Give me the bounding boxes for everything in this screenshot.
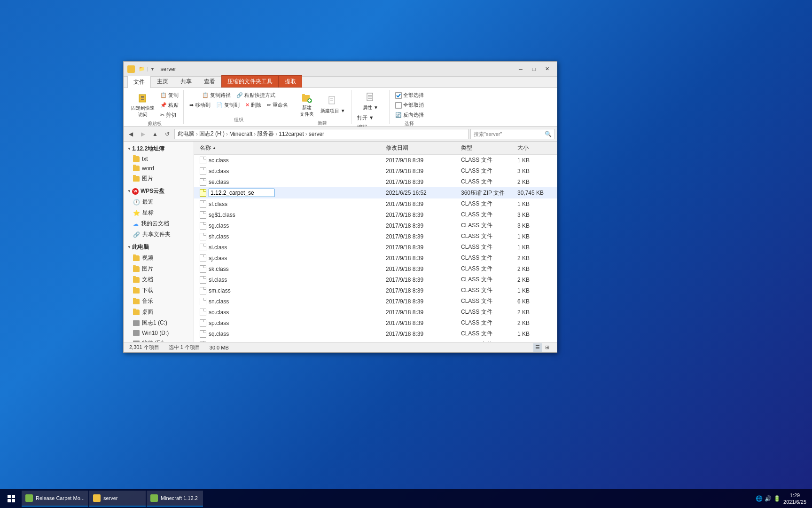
paste-shortcut-button[interactable]: 🔗粘贴快捷方式 bbox=[234, 91, 277, 100]
svg-rect-0 bbox=[139, 95, 146, 102]
sidebar-item-pics[interactable]: 图片 bbox=[124, 263, 194, 274]
sidebar-item-shared-folder[interactable]: 🔗 共享文件夹 bbox=[124, 229, 194, 240]
rename-button[interactable]: ✏重命名 bbox=[265, 101, 290, 110]
sidebar-header-this-pc[interactable]: ▼ 此电脑 bbox=[124, 242, 194, 253]
file-icon bbox=[200, 287, 206, 294]
file-row[interactable]: sj.class 2017/9/18 8:39 CLASS 文件 2 KB bbox=[194, 253, 557, 263]
up-button[interactable]: ▲ bbox=[150, 129, 160, 139]
move-to-button[interactable]: ➡移动到 bbox=[187, 101, 212, 110]
file-row[interactable]: sp.class 2017/9/18 8:39 CLASS 文件 2 KB bbox=[194, 318, 557, 328]
cut-button[interactable]: ✂剪切 bbox=[158, 111, 180, 119]
file-row[interactable]: sl.class 2017/9/18 8:39 CLASS 文件 2 KB bbox=[194, 274, 557, 285]
sidebar-item-word[interactable]: word bbox=[124, 164, 194, 173]
title-bar-left: 📁 | ▼ server bbox=[127, 65, 515, 73]
network-icon: 🌐 bbox=[756, 495, 763, 502]
sidebar-item-recent[interactable]: 🕐 最近 bbox=[124, 197, 194, 207]
tab-zip-tools[interactable]: 压缩的文件夹工具 bbox=[221, 75, 279, 87]
sidebar-item-txt[interactable]: txt bbox=[124, 154, 194, 164]
sidebar-item-drive-d[interactable]: Win10 (D:) bbox=[124, 328, 194, 338]
file-row[interactable]: sg$1.class 2017/9/18 8:39 CLASS 文件 3 KB bbox=[194, 209, 557, 220]
minimize-button[interactable]: ─ bbox=[515, 64, 527, 74]
file-row[interactable]: sn.class 2017/9/18 8:39 CLASS 文件 6 KB bbox=[194, 296, 557, 307]
copy-to-button[interactable]: 📄复制到 bbox=[214, 101, 242, 110]
sidebar-item-videos[interactable]: 视频 bbox=[124, 253, 194, 263]
search-box: 🔍 bbox=[470, 129, 555, 139]
file-row[interactable]: sh.class 2017/9/18 8:39 CLASS 文件 1 KB bbox=[194, 231, 557, 242]
sidebar-item-drive-e[interactable]: 软件 (E:) bbox=[124, 338, 194, 342]
left-panel: ▼ 1.12.2地址簿 txt word 图片 bbox=[124, 142, 194, 342]
sidebar-header-pinned[interactable]: ▼ 1.12.2地址簿 bbox=[124, 143, 194, 154]
file-icon bbox=[200, 178, 206, 186]
tiles-view-button[interactable]: ⊞ bbox=[543, 343, 551, 352]
delete-button[interactable]: ✕删除 bbox=[243, 101, 263, 110]
details-view-button[interactable]: ☰ bbox=[533, 343, 542, 352]
breadcrumb-bar[interactable]: 此电脑 › 国志2 (H:) › Minecraft › 服务器 › 112ca… bbox=[174, 129, 468, 139]
select-all-button[interactable]: 全部选择 bbox=[393, 91, 426, 100]
open-button[interactable]: 打开 ▼ bbox=[355, 113, 386, 122]
sidebar-section-pinned: ▼ 1.12.2地址簿 txt word 图片 bbox=[124, 143, 194, 184]
search-input[interactable] bbox=[474, 131, 543, 137]
sidebar-item-downloads[interactable]: 下载 bbox=[124, 285, 194, 296]
file-area: 名称 修改日期 类型 大小 sc.class bbox=[194, 142, 557, 342]
sidebar-item-pictures[interactable]: 图片 bbox=[124, 173, 194, 184]
taskbar-item-minecraft[interactable]: Minecraft 1.12.2 bbox=[147, 491, 203, 507]
tab-extract[interactable]: 提取 bbox=[279, 75, 302, 87]
search-icon[interactable]: 🔍 bbox=[545, 131, 552, 137]
taskbar-item-server[interactable]: server bbox=[89, 491, 146, 507]
invert-selection-button[interactable]: 🔄反向选择 bbox=[393, 111, 426, 119]
tab-home[interactable]: 主页 bbox=[151, 75, 174, 87]
taskbar-folder-icon bbox=[93, 494, 101, 502]
clock-time: 1:29 bbox=[783, 492, 806, 499]
file-row[interactable]: sd.class 2017/9/18 8:39 CLASS 文件 3 KB bbox=[194, 166, 557, 176]
sidebar-header-wps[interactable]: ▼ W WPS云盘 bbox=[124, 186, 194, 197]
sidebar-item-my-cloud-docs[interactable]: ☁ 我的云文档 bbox=[124, 218, 194, 229]
main-area: ▼ 1.12.2地址簿 txt word 图片 bbox=[124, 142, 557, 342]
paste-button[interactable]: 📌粘贴 bbox=[158, 101, 180, 110]
tab-file[interactable]: 文件 bbox=[127, 76, 151, 88]
new-item-button[interactable]: 新建项目 ▼ bbox=[318, 94, 348, 116]
new-folder-button[interactable]: 新建文件夹 bbox=[297, 91, 317, 119]
deselect-all-button[interactable]: 全部取消 bbox=[393, 101, 426, 110]
svg-rect-17 bbox=[396, 103, 401, 108]
pin-quick-access-button[interactable]: 固定到快速访问 bbox=[128, 91, 157, 119]
tab-share[interactable]: 共享 bbox=[174, 75, 198, 87]
refresh-button[interactable]: ↺ bbox=[162, 129, 172, 139]
properties-button[interactable]: 属性 ▼ bbox=[360, 91, 381, 112]
file-row[interactable]: sf.class 2017/9/18 8:39 CLASS 文件 1 KB bbox=[194, 198, 557, 209]
tab-view[interactable]: 查看 bbox=[198, 75, 221, 87]
col-header-date[interactable]: 修改日期 bbox=[384, 143, 459, 153]
file-icon bbox=[200, 276, 206, 284]
sidebar-item-desktop[interactable]: 桌面 bbox=[124, 307, 194, 318]
folder-icon bbox=[133, 288, 140, 294]
file-row[interactable]: se.class 2017/9/18 8:39 CLASS 文件 2 KB bbox=[194, 176, 557, 187]
copy-path-button[interactable]: 📋复制路径 bbox=[200, 91, 233, 100]
file-row-renaming[interactable]: 2021/6/25 16:52 360压缩 ZIP 文件 30,745 KB bbox=[194, 187, 557, 198]
sidebar-item-starred[interactable]: ⭐ 星标 bbox=[124, 207, 194, 218]
sidebar-item-music[interactable]: 音乐 bbox=[124, 296, 194, 307]
file-row[interactable]: so.class 2017/9/18 8:39 CLASS 文件 2 KB bbox=[194, 307, 557, 318]
start-button[interactable] bbox=[2, 489, 21, 508]
taskbar-item-release[interactable]: Release Carpet Mo... bbox=[22, 491, 88, 507]
col-header-name[interactable]: 名称 bbox=[198, 143, 384, 153]
sidebar-item-drive-c[interactable]: 国志1 (C:) bbox=[124, 318, 194, 328]
col-header-size[interactable]: 大小 bbox=[515, 143, 553, 153]
file-row[interactable]: si.class 2017/9/18 8:39 CLASS 文件 1 KB bbox=[194, 242, 557, 253]
rename-input[interactable] bbox=[209, 189, 274, 197]
file-icon bbox=[200, 244, 206, 251]
file-row[interactable]: sg.class 2017/9/18 8:39 CLASS 文件 3 KB bbox=[194, 220, 557, 231]
forward-button[interactable]: ▶ bbox=[138, 129, 148, 139]
sidebar-item-docs[interactable]: 文档 bbox=[124, 274, 194, 285]
file-row[interactable]: sk.class 2017/9/18 8:39 CLASS 文件 2 KB bbox=[194, 263, 557, 274]
file-row[interactable]: sc.class 2017/9/18 8:39 CLASS 文件 1 KB bbox=[194, 155, 557, 166]
volume-icon: 🔊 bbox=[765, 495, 772, 502]
close-button[interactable]: ✕ bbox=[541, 64, 553, 74]
file-icon bbox=[200, 341, 206, 342]
file-row[interactable]: sm.class 2017/9/18 8:39 CLASS 文件 1 KB bbox=[194, 285, 557, 296]
back-button[interactable]: ◀ bbox=[125, 129, 136, 139]
title-bar-controls: ─ □ ✕ bbox=[515, 64, 553, 74]
col-header-type[interactable]: 类型 bbox=[459, 143, 515, 153]
start-icon bbox=[8, 495, 15, 502]
copy-button[interactable]: 📋复制 bbox=[158, 91, 180, 100]
maximize-button[interactable]: □ bbox=[528, 64, 540, 74]
file-row[interactable]: sq.class 2017/9/18 8:39 CLASS 文件 1 KB bbox=[194, 328, 557, 339]
